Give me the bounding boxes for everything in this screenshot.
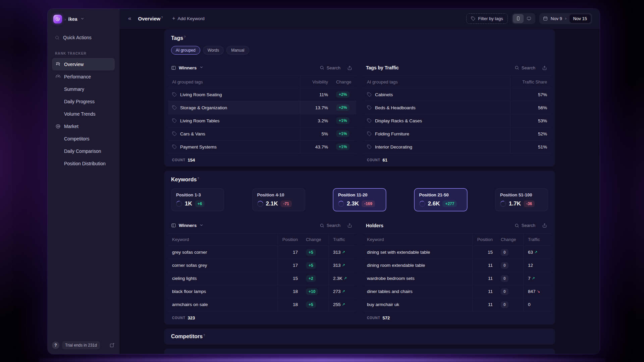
export-icon[interactable] [542,65,547,70]
table-row[interactable]: cieling lights15+22.3K↗ [168,272,356,285]
tags-view-selector[interactable]: Winners [171,65,204,71]
desktop-toggle-button[interactable] [524,14,534,23]
app-logo-icon [53,15,62,23]
help-button[interactable]: ? [52,342,59,349]
collapse-sidebar-button[interactable]: « [128,15,131,22]
traffic-cell: 63↗ [524,246,551,259]
search-button[interactable]: Search [515,65,535,70]
breadcrumb-chevron-icon: › [64,17,66,22]
quick-actions-button[interactable]: Quick Actions [52,32,115,43]
position-card-position-21-50[interactable]: Position 21-502.6K+277 [414,188,467,211]
change-badge: +5 [306,249,316,256]
position-card-position-11-20[interactable]: Position 11-202.3K-169 [333,188,386,211]
keyword-cell: wardrobe bedroom sets [363,272,473,285]
sidebar-item-volume-trends[interactable]: Volume Trends [52,108,115,120]
table-row[interactable]: Display Racks & Cases53% [363,114,551,127]
content-scroll-area[interactable]: Tags? AI groupedWordsManual Winners [119,28,600,354]
change-badge: 0 [501,301,508,308]
open-new-window-icon[interactable] [109,343,115,348]
tag-name-cell: Living Room Seating [168,88,300,101]
table-row[interactable]: Cars & Vans5%+1% [168,127,356,140]
count-footer: COUNT 154 [168,153,356,167]
trend-up-icon: ↗ [344,276,347,281]
add-keyword-button[interactable]: + Add Keyword [172,15,205,21]
table-row[interactable]: buy armchair uk1100 [363,298,551,311]
keywords-title: Keywords? [171,177,551,183]
position-card-label: Position 1-3 [176,192,219,197]
change-badge: +2% [336,104,350,111]
sidebar-item-daily-progress[interactable]: Daily Progress [52,95,115,108]
export-icon[interactable] [542,223,547,228]
tag-tab-manual[interactable]: Manual [226,46,249,55]
filter-by-tags-button[interactable]: Filter by tags [466,13,507,24]
tags-by-traffic-panel: Tags by Traffic Search AI grouped tags [363,60,551,167]
date-range-picker[interactable]: Nov 9 › Nov 15 [539,13,592,24]
table-row[interactable]: wardrobe bedroom sets1107↗ [363,272,551,285]
tag-tab-ai-grouped[interactable]: AI grouped [171,46,200,55]
workspace-switcher[interactable]: › ikea [52,14,115,24]
visibility-cell: 43.7% [300,140,332,153]
mobile-toggle-button[interactable] [513,14,524,23]
search-button[interactable]: Search [515,223,535,228]
tag-tab-words[interactable]: Words [203,46,224,55]
keyword-cell: cieling lights [168,272,278,285]
sidebar-item-label: Daily Progress [64,99,95,104]
table-row[interactable]: diner tables and chairs110847↘ [363,285,551,298]
keyword-cell: grey sofas corner [168,246,278,259]
traffic-cell: 7↗ [524,272,551,285]
table-row[interactable]: Cabinets57% [363,88,551,101]
chevron-down-icon [199,65,204,71]
keyword-cell: buy armchair uk [363,298,473,311]
table-row[interactable]: Living Room Tables3.2%+1% [168,114,356,127]
search-button[interactable]: Search [320,65,340,70]
calendar-icon [543,16,548,21]
tag-name-cell: Beds & Headboards [363,101,510,114]
sidebar-item-position-distribution[interactable]: Position Distribution [52,157,115,170]
sidebar-item-summary[interactable]: Summary [52,83,115,95]
sidebar-item-overview[interactable]: Overview [52,58,115,70]
table-row[interactable]: grey sofas corner17+5313↗ [168,246,356,259]
table-row[interactable]: Living Room Seating11%+2% [168,88,356,101]
table-row[interactable]: corner sofas grey17+5313↗ [168,259,356,272]
table-row[interactable]: Folding Furniture52% [363,127,551,140]
traffic-cell: 273↗ [329,285,356,298]
competitors-section: Competitors? [164,328,555,345]
position-card-position-4-10[interactable]: Position 4-102.1K-71 [252,188,305,211]
sidebar-item-label: Summary [64,86,84,92]
change-cell: +5 [302,259,329,272]
sidebar-item-daily-comparison[interactable]: Daily Comparison [52,145,115,157]
phone-icon [516,16,521,21]
table-row[interactable]: Payment Systems43.7%+1% [168,140,356,153]
position-cell: 17 [278,259,302,272]
traffic-share-cell: 51% [510,140,551,153]
change-badge: +2 [306,275,316,282]
change-cell: +1% [332,140,356,153]
position-card-position-1-3[interactable]: Position 1-31K+6 [171,188,224,211]
change-badge: 0 [501,262,508,269]
position-card-label: Position 51-100 [500,192,543,197]
search-button[interactable]: Search [320,223,340,228]
position-card-position-51-100[interactable]: Position 51-1001.7K-36 [495,188,548,211]
change-cell: 0 [497,285,524,298]
table-row[interactable]: dining set with extendable table15063↗ [363,246,551,259]
traffic-share-cell: 53% [510,114,551,127]
table-row[interactable]: Storage & Organization13.7%+2% [168,101,356,114]
export-icon[interactable] [347,65,352,70]
table-row[interactable]: Beds & Headboards56% [363,101,551,114]
change-badge: +10 [306,288,318,295]
table-row[interactable]: dining room extendable table11012 [363,259,551,272]
sidebar-item-performance[interactable]: Performance [52,70,115,83]
change-badge: 0 [501,288,508,295]
table-row[interactable]: Interior Decorating51% [363,140,551,153]
keywords-view-selector[interactable]: Winners [171,223,204,229]
sidebar-item-label: Market [64,124,78,129]
table-row[interactable]: black floor lamps18+10273↗ [168,285,356,298]
change-cell: +1% [332,127,356,140]
sidebar-item-competitors[interactable]: Competitors [52,132,115,145]
keyword-cell: dining set with extendable table [363,246,473,259]
donut-arc-icon [419,201,425,207]
table-row[interactable]: armchairs on sale18+5255↗ [168,298,356,311]
position-card-value: 2.3K [347,200,359,207]
sidebar-item-market[interactable]: Market [52,120,115,132]
export-icon[interactable] [347,223,352,228]
